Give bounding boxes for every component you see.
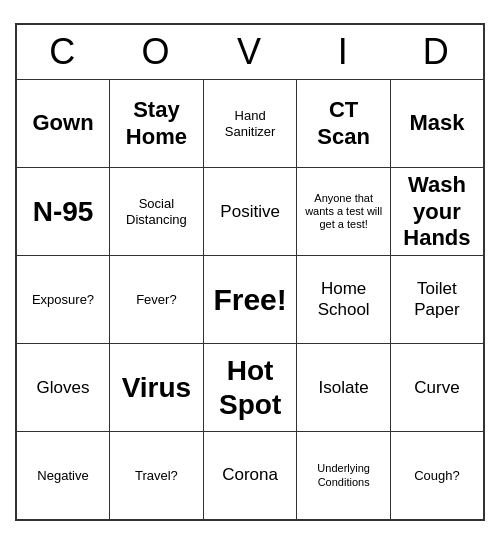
bingo-cell[interactable]: Underlying Conditions	[297, 432, 390, 520]
bingo-cell[interactable]: Positive	[203, 168, 297, 256]
cell-text: Underlying Conditions	[301, 436, 385, 515]
table-row: NegativeTravel?CoronaUnderlying Conditio…	[16, 432, 484, 520]
bingo-cell[interactable]: Stay Home	[110, 80, 204, 168]
cell-text: Cough?	[395, 436, 479, 515]
cell-text: CT Scan	[301, 84, 385, 163]
header-letter-th: O	[110, 24, 204, 80]
bingo-cell[interactable]: CT Scan	[297, 80, 390, 168]
bingo-cell[interactable]: Hand Sanitizer	[203, 80, 297, 168]
cell-text: Gloves	[21, 348, 105, 427]
cell-text: Fever?	[114, 260, 199, 339]
cell-text: Gown	[21, 84, 105, 163]
header-letter-th: D	[390, 24, 484, 80]
bingo-cell[interactable]: Gown	[16, 80, 110, 168]
bingo-cell[interactable]: Gloves	[16, 344, 110, 432]
cell-text: N-95	[21, 172, 105, 251]
bingo-cell[interactable]: Wash your Hands	[390, 168, 484, 256]
bingo-cell[interactable]: Cough?	[390, 432, 484, 520]
table-row: Exposure?Fever?Free!Home SchoolToilet Pa…	[16, 256, 484, 344]
bingo-cell[interactable]: Isolate	[297, 344, 390, 432]
cell-text: Mask	[395, 84, 479, 163]
cell-text: Exposure?	[21, 260, 105, 339]
bingo-cell[interactable]: Mask	[390, 80, 484, 168]
cell-text: Corona	[208, 436, 293, 515]
cell-text: Isolate	[301, 348, 385, 427]
table-row: N-95Social DistancingPositiveAnyone that…	[16, 168, 484, 256]
bingo-cell[interactable]: Free!	[203, 256, 297, 344]
bingo-cell[interactable]: Toilet Paper	[390, 256, 484, 344]
bingo-cell[interactable]: Corona	[203, 432, 297, 520]
cell-text: Positive	[208, 172, 293, 251]
bingo-cell[interactable]: Fever?	[110, 256, 204, 344]
cell-text: Curve	[395, 348, 479, 427]
cell-text: Stay Home	[114, 84, 199, 163]
bingo-grid: COVID GownStay HomeHand SanitizerCT Scan…	[15, 23, 485, 521]
header-letter-th: V	[203, 24, 297, 80]
bingo-cell[interactable]: Anyone that wants a test will get a test…	[297, 168, 390, 256]
header-row: COVID	[16, 24, 484, 80]
bingo-cell[interactable]: Negative	[16, 432, 110, 520]
cell-text: Free!	[208, 260, 293, 339]
table-row: GownStay HomeHand SanitizerCT ScanMask	[16, 80, 484, 168]
bingo-cell[interactable]: Virus	[110, 344, 204, 432]
bingo-cell[interactable]: Travel?	[110, 432, 204, 520]
bingo-cell[interactable]: Social Distancing	[110, 168, 204, 256]
cell-text: Travel?	[114, 436, 199, 515]
bingo-cell[interactable]: Hot Spot	[203, 344, 297, 432]
bingo-cell[interactable]: Exposure?	[16, 256, 110, 344]
cell-text: Social Distancing	[114, 172, 199, 251]
bingo-cell[interactable]: N-95	[16, 168, 110, 256]
cell-text: Wash your Hands	[395, 172, 479, 251]
cell-text: Toilet Paper	[395, 260, 479, 339]
header-letter-th: I	[297, 24, 390, 80]
cell-text: Virus	[114, 348, 199, 427]
cell-text: Home School	[301, 260, 385, 339]
cell-text: Negative	[21, 436, 105, 515]
table-row: GlovesVirusHot SpotIsolateCurve	[16, 344, 484, 432]
bingo-cell[interactable]: Home School	[297, 256, 390, 344]
cell-text: Hand Sanitizer	[208, 84, 293, 163]
cell-text: Anyone that wants a test will get a test…	[301, 172, 385, 251]
header-letter-th: C	[16, 24, 110, 80]
cell-text: Hot Spot	[208, 348, 293, 427]
bingo-cell[interactable]: Curve	[390, 344, 484, 432]
